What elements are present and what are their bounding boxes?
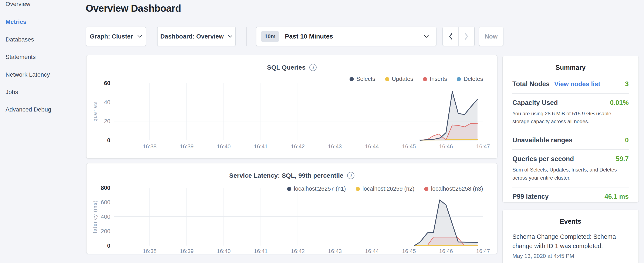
svg-text:16:38: 16:38 xyxy=(143,143,156,150)
time-range-label: Past 10 Minutes xyxy=(285,33,424,40)
event-timestamp: May 13, 2020 at 4:45 PM xyxy=(512,253,629,259)
summary-label: Capacity Used xyxy=(512,99,558,107)
sidebar-item-network-latency[interactable]: Network Latency xyxy=(6,71,50,78)
time-step-back-button[interactable] xyxy=(443,27,458,46)
summary-panel: Summary Total Nodes View nodes list 3 Ca… xyxy=(502,56,639,203)
sidebar-item-jobs[interactable]: Jobs xyxy=(6,89,18,96)
info-icon[interactable]: i xyxy=(309,64,316,71)
svg-text:16:43: 16:43 xyxy=(328,248,342,254)
controls-divider xyxy=(246,27,247,46)
svg-text:16:41: 16:41 xyxy=(254,143,268,150)
legend-dot xyxy=(350,77,354,81)
info-icon[interactable]: i xyxy=(347,172,354,179)
svg-text:16:44: 16:44 xyxy=(365,143,379,150)
svg-text:20: 20 xyxy=(104,118,110,124)
svg-text:40: 40 xyxy=(104,99,110,106)
svg-text:16:47: 16:47 xyxy=(476,248,490,254)
svg-text:400: 400 xyxy=(101,214,110,220)
svg-text:600: 600 xyxy=(101,199,110,205)
summary-row-p99-latency: P99 latency 46.1 ms xyxy=(512,187,629,206)
chevron-left-icon xyxy=(449,33,452,40)
svg-text:16:38: 16:38 xyxy=(143,248,156,254)
legend-item-updates: Updates xyxy=(385,76,413,82)
sidebar-item-databases[interactable]: Databases xyxy=(6,36,34,43)
svg-text:0: 0 xyxy=(107,242,110,249)
summary-value: 0.01% xyxy=(610,99,629,107)
dashboard-dropdown[interactable]: Dashboard: Overview xyxy=(157,27,236,46)
legend-dot xyxy=(356,187,360,191)
legend-item-deletes: Deletes xyxy=(457,76,483,82)
legend-label: Inserts xyxy=(430,76,447,82)
graph-dropdown-label: Graph: Cluster xyxy=(90,33,133,40)
time-step-forward-button[interactable] xyxy=(458,27,474,46)
event-text: Schema Change Completed: Schema change w… xyxy=(512,232,629,251)
svg-text:800: 800 xyxy=(101,185,110,191)
svg-text:200: 200 xyxy=(101,228,110,234)
svg-text:16:45: 16:45 xyxy=(402,248,416,254)
summary-title: Summary xyxy=(502,64,638,72)
now-button-label: Now xyxy=(484,33,498,40)
chart-legend: Selects Updates Inserts Deletes xyxy=(350,76,483,82)
svg-text:16:39: 16:39 xyxy=(180,143,194,150)
time-range-dropdown[interactable]: 10m Past 10 Minutes xyxy=(256,27,436,46)
summary-label: Queries per second xyxy=(512,155,574,163)
legend-item-inserts: Inserts xyxy=(423,76,447,82)
summary-row-total-nodes: Total Nodes View nodes list 3 xyxy=(512,75,629,94)
svg-text:16:44: 16:44 xyxy=(365,248,379,254)
events-title: Events xyxy=(502,218,638,225)
summary-description: You are using 28.6 MiB of 515.9 GiB usab… xyxy=(512,110,629,125)
svg-text:0: 0 xyxy=(107,137,110,144)
chevron-right-icon xyxy=(465,33,468,40)
page-title: Overview Dashboard xyxy=(86,3,181,14)
summary-value: 46.1 ms xyxy=(604,193,629,200)
legend-label: localhost:26257 (n1) xyxy=(294,185,346,192)
graph-dropdown[interactable]: Graph: Cluster xyxy=(86,27,146,46)
svg-text:16:40: 16:40 xyxy=(217,248,231,254)
chevron-down-icon xyxy=(137,35,142,38)
chart-legend: localhost:26257 (n1) localhost:26259 (n2… xyxy=(287,185,483,192)
chart-title: Service Latency: SQL, 99th percentile xyxy=(229,172,343,179)
summary-label: Unavailable ranges xyxy=(512,136,572,144)
svg-text:16:42: 16:42 xyxy=(291,248,305,254)
svg-text:16:39: 16:39 xyxy=(180,248,194,254)
service-latency-card: 16:3816:3916:4016:4116:4216:4316:4416:45… xyxy=(86,163,498,254)
legend-label: localhost:26259 (n2) xyxy=(362,185,414,192)
legend-dot xyxy=(287,187,291,191)
summary-row-unavailable-ranges: Unavailable ranges 0 xyxy=(512,131,629,150)
view-nodes-list-link[interactable]: View nodes list xyxy=(554,80,600,88)
summary-row-capacity-used: Capacity Used 0.01% You are using 28.6 M… xyxy=(512,94,629,131)
sidebar-item-advanced-debug[interactable]: Advanced Debug xyxy=(6,106,51,113)
events-panel: Events Schema Change Completed: Schema c… xyxy=(502,210,639,263)
sql-queries-card: 16:3816:3916:4016:4116:4216:4316:4416:45… xyxy=(86,55,498,159)
chart-title: SQL Queries xyxy=(267,64,306,71)
summary-value: 3 xyxy=(625,80,629,88)
svg-text:16:41: 16:41 xyxy=(254,248,268,254)
legend-item-n2: localhost:26259 (n2) xyxy=(356,185,414,192)
legend-label: Deletes xyxy=(464,76,483,82)
legend-item-n1: localhost:26257 (n1) xyxy=(287,185,346,192)
svg-text:16:43: 16:43 xyxy=(328,143,342,150)
svg-text:16:46: 16:46 xyxy=(439,143,453,150)
now-button[interactable]: Now xyxy=(479,27,504,46)
legend-item-selects: Selects xyxy=(350,76,375,82)
svg-text:16:42: 16:42 xyxy=(291,143,305,150)
dashboard-dropdown-label: Dashboard: Overview xyxy=(160,33,224,40)
summary-label: P99 latency xyxy=(512,193,549,200)
chevron-down-icon xyxy=(424,35,429,38)
sidebar-item-overview[interactable]: Overview xyxy=(6,1,30,8)
time-range-badge: 10m xyxy=(261,31,279,42)
summary-row-queries-per-second: Queries per second 59.7 Sum of Selects, … xyxy=(512,150,629,187)
legend-dot xyxy=(424,187,428,191)
summary-value: 59.7 xyxy=(616,155,629,163)
sidebar-item-statements[interactable]: Statements xyxy=(6,54,36,60)
summary-value: 0 xyxy=(625,136,629,144)
svg-text:queries: queries xyxy=(92,102,98,122)
svg-text:16:47: 16:47 xyxy=(476,143,490,150)
svg-text:16:46: 16:46 xyxy=(439,248,453,254)
svg-text:60: 60 xyxy=(104,80,110,86)
svg-text:16:40: 16:40 xyxy=(217,143,231,150)
sidebar-item-metrics[interactable]: Metrics xyxy=(6,19,26,25)
event-item[interactable]: Schema Change Completed: Schema change w… xyxy=(512,232,629,259)
time-step-buttons xyxy=(442,27,475,46)
legend-item-n3: localhost:26258 (n3) xyxy=(424,185,483,192)
